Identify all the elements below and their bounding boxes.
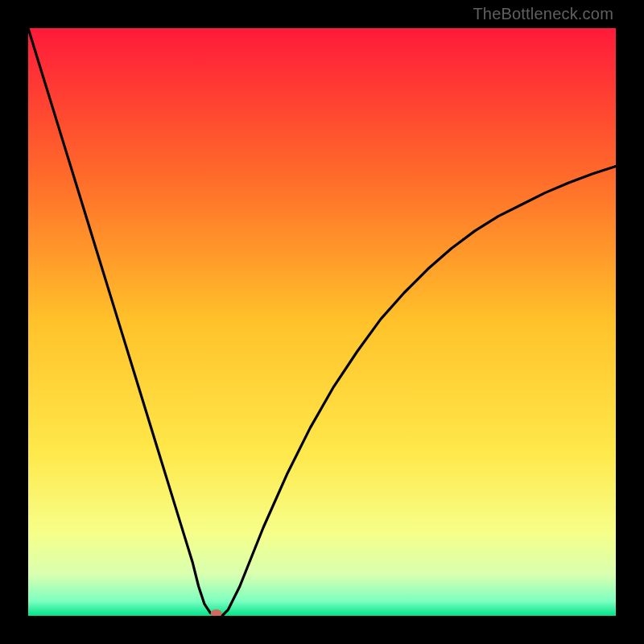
optimal-point-marker bbox=[211, 609, 222, 616]
bottleneck-curve bbox=[28, 28, 616, 616]
watermark-text: TheBottleneck.com bbox=[473, 5, 613, 23]
plot-area bbox=[28, 28, 616, 616]
chart-frame: TheBottleneck.com bbox=[0, 0, 644, 644]
